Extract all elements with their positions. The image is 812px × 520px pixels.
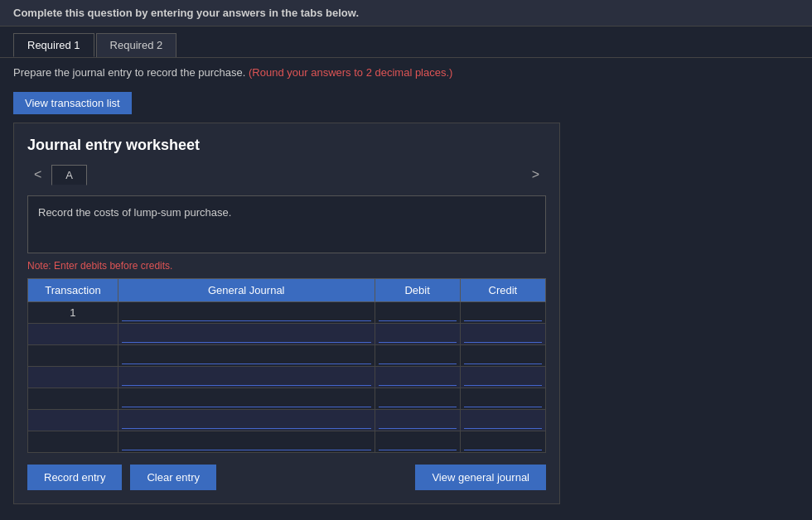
table-row: [28, 345, 546, 367]
general-journal-cell[interactable]: [118, 345, 375, 367]
col-general-journal: General Journal: [118, 279, 375, 302]
credit-input[interactable]: [464, 369, 542, 386]
table-row: [28, 388, 546, 410]
col-debit: Debit: [375, 279, 460, 302]
credit-input[interactable]: [464, 434, 542, 450]
table-row: 1: [28, 302, 546, 324]
debit-input[interactable]: [379, 391, 457, 407]
instruction-row: Prepare the journal entry to record the …: [0, 58, 812, 87]
credit-cell[interactable]: [460, 367, 545, 388]
general-journal-cell[interactable]: [118, 324, 375, 345]
debit-input[interactable]: [379, 326, 457, 343]
table-row: [28, 367, 546, 388]
credit-input[interactable]: [464, 348, 542, 364]
tx-number-cell: [28, 431, 118, 453]
general-journal-cell[interactable]: [118, 388, 375, 410]
debit-cell[interactable]: [375, 345, 460, 367]
description-text: Record the costs of lump-sum purchase.: [38, 206, 231, 219]
table-row: [28, 324, 546, 345]
credit-cell[interactable]: [460, 345, 545, 367]
tx-number-cell: [28, 345, 118, 367]
debit-cell[interactable]: [375, 431, 460, 453]
tx-number-cell: [28, 388, 118, 410]
debit-cell[interactable]: [375, 388, 460, 410]
view-transaction-button[interactable]: View transaction list: [13, 92, 132, 114]
tabs-row: Required 1 Required 2: [0, 26, 812, 58]
tx-number-cell: [28, 410, 118, 431]
general-journal-cell[interactable]: [118, 431, 375, 453]
table-row: [28, 431, 546, 453]
debit-cell[interactable]: [375, 302, 460, 324]
credit-cell[interactable]: [460, 324, 545, 345]
col-transaction: Transaction: [28, 279, 118, 302]
general-journal-cell[interactable]: [118, 410, 375, 431]
bottom-buttons: Record entry Clear entry View general jo…: [27, 465, 546, 490]
next-arrow[interactable]: >: [525, 164, 546, 185]
journal-table: Transaction General Journal Debit Credit…: [27, 278, 546, 453]
credit-input[interactable]: [464, 326, 542, 343]
description-box: Record the costs of lump-sum purchase.: [27, 195, 546, 253]
debit-input[interactable]: [379, 412, 457, 429]
credit-cell[interactable]: [460, 388, 545, 410]
general-journal-input[interactable]: [122, 326, 371, 343]
instruction-main: Prepare the journal entry to record the …: [13, 66, 245, 79]
record-entry-button[interactable]: Record entry: [27, 465, 122, 490]
tx-number-cell: [28, 367, 118, 388]
clear-entry-button[interactable]: Clear entry: [130, 465, 216, 490]
general-journal-cell[interactable]: [118, 367, 375, 388]
credit-cell[interactable]: [460, 302, 545, 324]
credit-cell[interactable]: [460, 431, 545, 453]
worksheet-title: Journal entry worksheet: [27, 137, 546, 154]
top-banner: Complete this question by entering your …: [0, 0, 812, 26]
instruction-note: (Round your answers to 2 decimal places.…: [249, 66, 452, 79]
current-tab[interactable]: A: [51, 165, 87, 185]
view-general-journal-button[interactable]: View general journal: [415, 465, 546, 490]
debit-input[interactable]: [379, 369, 457, 386]
table-row: [28, 410, 546, 431]
tx-number-cell: [28, 324, 118, 345]
credit-input[interactable]: [464, 391, 542, 407]
debit-cell[interactable]: [375, 324, 460, 345]
debit-input[interactable]: [379, 305, 457, 321]
credit-cell[interactable]: [460, 410, 545, 431]
general-journal-input[interactable]: [122, 369, 371, 386]
general-journal-input[interactable]: [122, 305, 371, 321]
tab-required-2[interactable]: Required 2: [96, 33, 177, 57]
credit-input[interactable]: [464, 305, 542, 321]
general-journal-input[interactable]: [122, 412, 371, 429]
tab-required-1[interactable]: Required 1: [13, 33, 94, 57]
general-journal-input[interactable]: [122, 391, 371, 407]
credit-input[interactable]: [464, 412, 542, 429]
note-text: Note: Enter debits before credits.: [27, 260, 546, 272]
general-journal-input[interactable]: [122, 434, 371, 450]
debit-input[interactable]: [379, 348, 457, 364]
prev-arrow[interactable]: <: [27, 164, 48, 185]
banner-text: Complete this question by entering your …: [13, 7, 359, 19]
debit-input[interactable]: [379, 434, 457, 450]
worksheet-container: Journal entry worksheet < A > Record the…: [13, 123, 560, 504]
general-journal-cell[interactable]: [118, 302, 375, 324]
debit-cell[interactable]: [375, 367, 460, 388]
debit-cell[interactable]: [375, 410, 460, 431]
tx-number-cell: 1: [28, 302, 118, 324]
tab-nav: < A >: [27, 164, 546, 185]
col-credit: Credit: [460, 279, 545, 302]
general-journal-input[interactable]: [122, 348, 371, 364]
